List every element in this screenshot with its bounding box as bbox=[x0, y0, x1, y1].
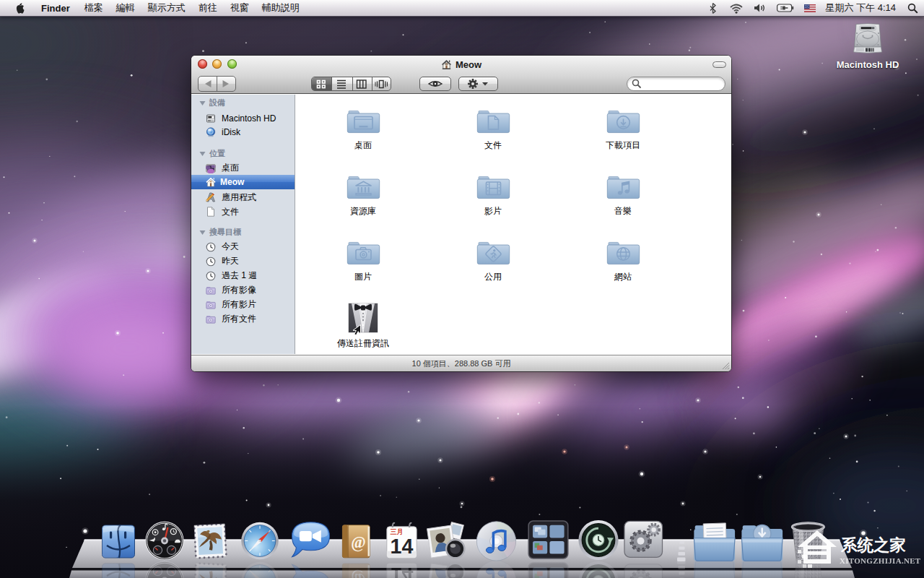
svg-text:14: 14 bbox=[391, 535, 414, 558]
svg-text:@: @ bbox=[351, 533, 366, 552]
svg-text:系统之家: 系统之家 bbox=[840, 536, 907, 554]
svg-text:XITONGZHIJIA.NET: XITONGZHIJIA.NET bbox=[840, 556, 921, 565]
